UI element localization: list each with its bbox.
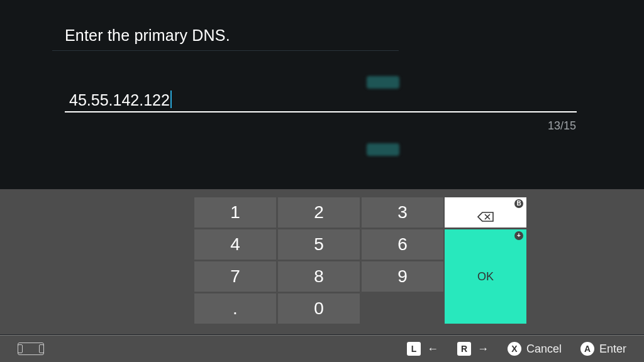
key-6[interactable]: 6 <box>362 229 443 260</box>
a-button-icon: A <box>580 342 594 356</box>
plus-badge: + <box>514 231 523 240</box>
page-title: Enter the primary DNS. <box>65 26 230 45</box>
hint-l-left: L ← <box>407 342 438 356</box>
x-button-icon: X <box>508 342 521 356</box>
dns-input[interactable]: 45.55.142.122 <box>69 90 172 109</box>
console-icon <box>18 343 44 355</box>
key-8[interactable]: 8 <box>278 261 360 292</box>
key-4[interactable]: 4 <box>194 229 276 260</box>
b-badge: B <box>514 199 523 208</box>
key-dot[interactable]: . <box>194 293 276 324</box>
hint-r-right: R → <box>457 342 489 356</box>
ok-button[interactable]: OK + <box>445 229 526 324</box>
char-counter: 13/15 <box>548 119 576 133</box>
text-cursor <box>170 90 172 108</box>
key-1[interactable]: 1 <box>194 197 276 228</box>
key-3[interactable]: 3 <box>362 197 443 228</box>
numeric-keypad: 1 2 3 4 5 6 7 8 9 . 0 B OK + <box>0 189 644 334</box>
key-0[interactable]: 0 <box>278 293 360 324</box>
backspace-icon <box>477 207 494 218</box>
l-button-icon: L <box>407 342 421 356</box>
backspace-button[interactable]: B <box>445 197 526 228</box>
key-7[interactable]: 7 <box>194 261 276 292</box>
left-arrow-icon: ← <box>427 343 438 356</box>
hint-enter[interactable]: A Enter <box>580 342 626 356</box>
footer-bar: L ← R → X Cancel A Enter <box>0 335 644 362</box>
right-arrow-icon: → <box>477 343 489 356</box>
key-9[interactable]: 9 <box>362 261 443 292</box>
input-underline <box>65 111 577 112</box>
key-empty <box>362 293 443 324</box>
hint-cancel[interactable]: X Cancel <box>508 342 562 356</box>
key-2[interactable]: 2 <box>278 197 360 228</box>
r-button-icon: R <box>457 342 471 356</box>
key-5[interactable]: 5 <box>278 229 360 260</box>
